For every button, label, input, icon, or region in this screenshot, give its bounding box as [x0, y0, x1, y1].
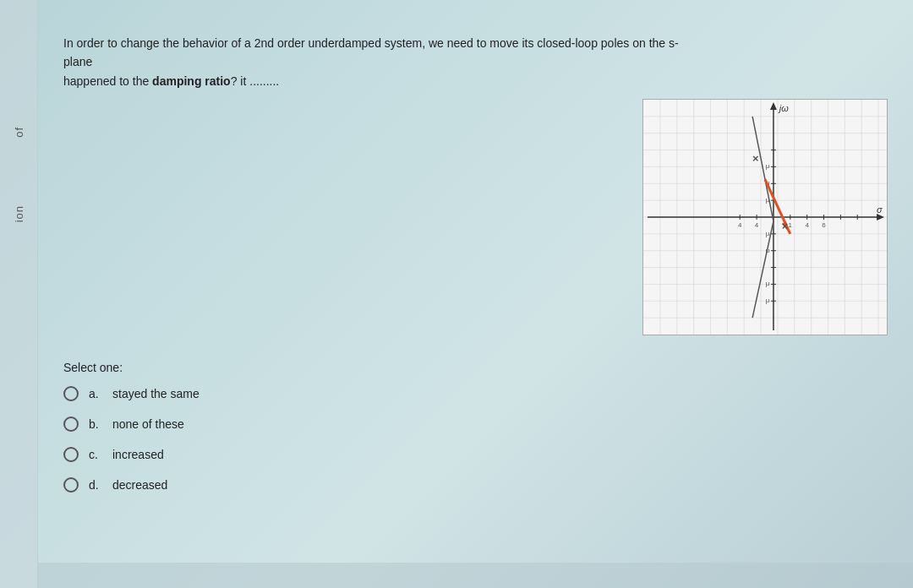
- option-b-text: none of these: [112, 417, 184, 431]
- question-bold: damping ratio: [152, 74, 231, 88]
- question-text-part3: ? it .........: [231, 74, 280, 88]
- option-d-text: decreased: [112, 478, 167, 492]
- svg-text:4: 4: [805, 221, 809, 229]
- option-b[interactable]: b. none of these: [63, 416, 888, 432]
- option-a-text: stayed the same: [112, 387, 200, 400]
- question-text-part2: happened to the: [63, 74, 152, 88]
- radio-a[interactable]: [63, 386, 79, 401]
- svg-text:×: ×: [752, 153, 759, 166]
- graph-container: jω σ: [642, 99, 888, 335]
- sidebar-label-ion: ion: [13, 205, 25, 222]
- svg-text:μ: μ: [766, 280, 770, 288]
- question-text: In order to change the behavior of a 2nd…: [63, 34, 697, 90]
- option-d-letter: d.: [89, 478, 102, 492]
- svg-text:jω: jω: [778, 103, 789, 113]
- option-c[interactable]: c. increased: [63, 447, 888, 462]
- options-section: Select one: a. stayed the same b. none o…: [63, 361, 888, 493]
- radio-c[interactable]: [63, 447, 79, 462]
- option-c-text: increased: [112, 448, 164, 461]
- bottom-bar: [38, 563, 913, 588]
- svg-text:μ: μ: [766, 297, 770, 304]
- question-text-part1: In order to change the behavior of a 2nd…: [63, 36, 679, 68]
- radio-b[interactable]: [63, 416, 79, 432]
- option-c-letter: c.: [89, 448, 102, 461]
- option-a[interactable]: a. stayed the same: [63, 386, 888, 401]
- select-one-label: Select one:: [63, 361, 888, 374]
- radio-d[interactable]: [63, 477, 79, 493]
- svg-text:μ: μ: [766, 230, 770, 237]
- option-d[interactable]: d. decreased: [63, 477, 888, 493]
- sidebar-label-of: of: [13, 127, 25, 138]
- graph-svg: jω σ: [643, 100, 887, 335]
- main-content: In order to change the behavior of a 2nd…: [38, 17, 913, 588]
- option-a-letter: a.: [89, 387, 102, 400]
- svg-text:4: 4: [738, 221, 742, 229]
- svg-text:4: 4: [755, 221, 759, 229]
- option-b-letter: b.: [89, 417, 102, 431]
- svg-text:1: 1: [789, 221, 793, 229]
- svg-text:σ: σ: [877, 204, 883, 215]
- sidebar: of ion: [0, 0, 38, 588]
- svg-text:×: ×: [782, 220, 789, 232]
- svg-text:6: 6: [822, 221, 826, 229]
- svg-text:μ: μ: [766, 163, 770, 171]
- content-area: jω σ: [63, 107, 888, 335]
